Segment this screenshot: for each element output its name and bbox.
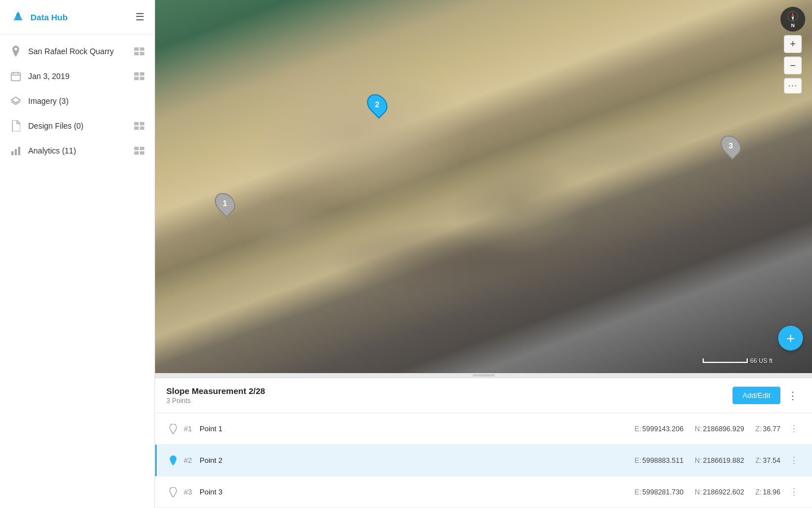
point-pin-icon-2 xyxy=(168,456,178,466)
map-pin-3[interactable]: 3 xyxy=(722,134,740,157)
point-3-z: 18.96 xyxy=(763,488,780,496)
main-content: 1 2 3 xyxy=(155,0,812,508)
calendar-icon xyxy=(10,71,21,82)
date-label: Jan 3, 2019 xyxy=(28,72,69,81)
svg-rect-24 xyxy=(140,147,144,150)
compass-button[interactable]: N xyxy=(780,7,805,32)
panel-actions: Add/Edit ⋮ xyxy=(732,387,801,404)
sidebar-item-design[interactable]: Design Files (0) xyxy=(0,113,155,138)
logo-area: Data Hub xyxy=(10,9,68,25)
point-pin-icon-3 xyxy=(168,487,178,497)
zoom-out-button[interactable]: − xyxy=(784,56,802,75)
quarry-label: San Rafael Rock Quarry xyxy=(28,47,114,56)
sidebar: Data Hub ☰ San Rafael Rock Quarry xyxy=(0,0,155,508)
add-edit-button[interactable]: Add/Edit xyxy=(732,387,780,404)
zoom-in-button[interactable]: + xyxy=(784,35,802,53)
point-2-coords: E:5998883.511 N:2186619.882 Z:37.54 xyxy=(634,457,780,465)
svg-rect-11 xyxy=(134,72,139,76)
sidebar-header: Data Hub ☰ xyxy=(0,0,155,34)
hamburger-menu[interactable]: ☰ xyxy=(135,11,144,23)
point-row-2[interactable]: #2 Point 2 E:5998883.511 N:2186619.882 Z… xyxy=(155,445,812,476)
points-list: #1 Point 1 E:5999143.206 N:2186896.929 Z… xyxy=(155,413,812,508)
svg-rect-3 xyxy=(134,47,139,51)
app-title: Data Hub xyxy=(30,12,68,22)
file-icon xyxy=(10,120,21,132)
point-1-number: #1 xyxy=(184,424,200,433)
svg-rect-20 xyxy=(11,151,14,155)
map-pin-1[interactable]: 1 xyxy=(216,192,234,214)
svg-rect-4 xyxy=(140,47,144,51)
sidebar-item-analytics[interactable]: Analytics (11) xyxy=(0,138,155,163)
svg-rect-19 xyxy=(140,126,144,130)
point-3-n: 2186922.602 xyxy=(703,488,744,496)
sidebar-nav: San Rafael Rock Quarry xyxy=(0,34,155,508)
svg-point-2 xyxy=(16,13,20,16)
point-2-z: 37.54 xyxy=(763,457,780,465)
svg-rect-23 xyxy=(134,147,139,150)
map-controls: N + − ··· xyxy=(780,7,805,94)
sidebar-item-imagery[interactable]: Imagery (3) xyxy=(0,89,155,113)
svg-marker-29 xyxy=(792,16,794,21)
terrain-overlay xyxy=(155,0,812,373)
svg-rect-16 xyxy=(134,122,139,125)
point-2-number: #2 xyxy=(184,456,200,465)
sidebar-item-quarry[interactable]: San Rafael Rock Quarry xyxy=(0,39,155,64)
svg-rect-6 xyxy=(140,52,144,55)
bottom-panel: Slope Measurement 2/28 3 Points Add/Edit… xyxy=(155,378,812,508)
location-icon xyxy=(10,46,21,57)
point-2-name: Point 2 xyxy=(200,456,634,465)
point-3-name: Point 3 xyxy=(200,488,634,496)
svg-rect-25 xyxy=(134,151,139,155)
date-action[interactable] xyxy=(134,72,144,80)
point-2-kebab[interactable]: ⋮ xyxy=(787,453,801,468)
point-1-name: Point 1 xyxy=(200,424,634,433)
svg-marker-15 xyxy=(11,97,20,103)
panel-kebab-button[interactable]: ⋮ xyxy=(785,388,801,404)
point-3-coords: E:5998281.730 N:2186922.602 Z:18.96 xyxy=(634,488,780,496)
point-1-kebab[interactable]: ⋮ xyxy=(787,421,801,436)
svg-rect-7 xyxy=(11,73,20,81)
point-1-n: 2186896.929 xyxy=(703,425,744,433)
more-options-button[interactable]: ··· xyxy=(784,78,802,94)
resize-handle[interactable] xyxy=(155,373,812,378)
svg-rect-14 xyxy=(140,77,144,80)
point-1-z: 36.77 xyxy=(763,425,780,433)
point-3-e: 5998281.730 xyxy=(642,488,683,496)
svg-rect-5 xyxy=(134,52,139,55)
svg-rect-21 xyxy=(15,149,17,155)
point-3-kebab[interactable]: ⋮ xyxy=(787,484,801,500)
design-action[interactable] xyxy=(134,122,144,130)
svg-rect-22 xyxy=(18,147,20,155)
panel-subtitle: 3 Points xyxy=(166,397,265,405)
scale-bar: 66 US ft xyxy=(703,357,773,364)
analytics-label: Analytics (11) xyxy=(28,146,76,155)
point-row-1[interactable]: #1 Point 1 E:5999143.206 N:2186896.929 Z… xyxy=(155,413,812,445)
point-2-e: 5998883.511 xyxy=(642,457,683,465)
point-pin-icon-1 xyxy=(168,424,178,434)
map-pin-2[interactable]: 2 xyxy=(368,93,386,116)
quarry-action[interactable] xyxy=(134,47,144,55)
map-area[interactable]: 1 2 3 xyxy=(155,0,812,373)
layers-icon xyxy=(10,95,21,107)
analytics-action[interactable] xyxy=(134,147,144,155)
panel-header: Slope Measurement 2/28 3 Points Add/Edit… xyxy=(155,378,812,413)
logo-icon xyxy=(10,9,26,25)
panel-title: Slope Measurement 2/28 xyxy=(166,386,265,396)
sidebar-item-date[interactable]: Jan 3, 2019 xyxy=(0,64,155,89)
point-1-e: 5999143.206 xyxy=(642,425,683,433)
point-2-n: 2186619.882 xyxy=(703,457,744,465)
design-label: Design Files (0) xyxy=(28,121,83,130)
svg-rect-18 xyxy=(134,126,139,130)
svg-marker-28 xyxy=(792,12,794,16)
point-1-coords: E:5999143.206 N:2186896.929 Z:36.77 xyxy=(634,425,780,433)
add-point-button[interactable]: + xyxy=(778,326,803,351)
point-3-number: #3 xyxy=(184,488,200,496)
point-row-3[interactable]: #3 Point 3 E:5998281.730 N:2186922.602 Z… xyxy=(155,476,812,508)
compass-north-label: N xyxy=(791,23,795,28)
svg-rect-13 xyxy=(134,77,139,80)
svg-rect-26 xyxy=(140,151,144,155)
chart-icon xyxy=(10,145,21,156)
imagery-label: Imagery (3) xyxy=(28,97,69,106)
svg-rect-12 xyxy=(140,72,144,76)
scale-label: 66 US ft xyxy=(750,357,773,364)
